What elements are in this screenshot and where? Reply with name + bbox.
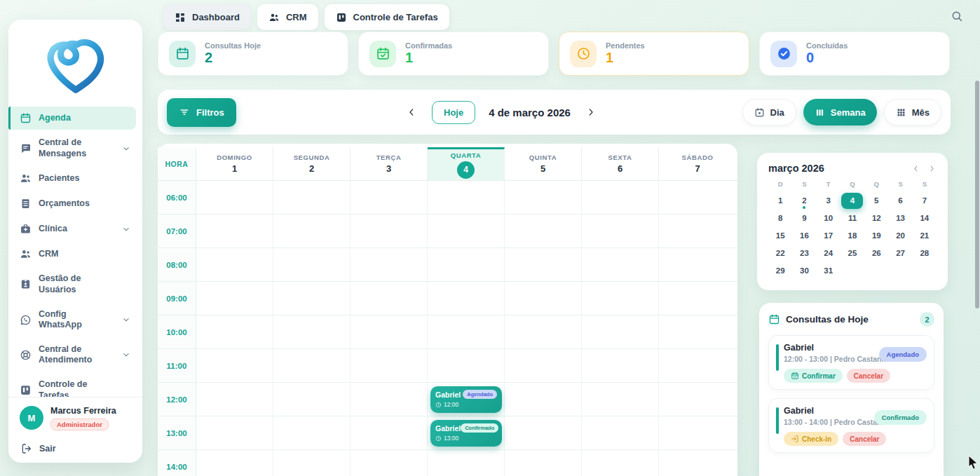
calendar-cell[interactable] <box>428 181 505 214</box>
calendar-cell[interactable] <box>196 248 273 281</box>
today-button[interactable]: Hoje <box>432 101 475 124</box>
mini-calendar-day-27[interactable]: 27 <box>888 245 912 261</box>
calendar-cell[interactable] <box>659 315 736 348</box>
calendar-cell[interactable] <box>273 248 351 281</box>
cancelar-button[interactable]: Cancelar <box>843 432 886 446</box>
calendar-cell[interactable] <box>428 349 505 382</box>
calendar-cell[interactable] <box>505 248 582 281</box>
calendar-cell[interactable] <box>196 181 273 214</box>
calendar-cell[interactable] <box>196 282 273 315</box>
calendar-cell[interactable] <box>582 248 659 281</box>
mini-calendar-day-15[interactable]: 15 <box>768 227 792 244</box>
view-button-mês[interactable]: Mês <box>884 99 941 125</box>
mini-calendar-day-19[interactable]: 19 <box>864 227 888 244</box>
sidebar-item-controle-de-tarefas[interactable]: Controle de Tarefas <box>15 374 136 397</box>
mini-calendar-day-25[interactable]: 25 <box>841 245 864 261</box>
mini-calendar-day-11[interactable]: 11 <box>841 210 864 226</box>
calendar-cell[interactable] <box>273 416 351 449</box>
mini-calendar-day-8[interactable]: 8 <box>768 210 792 226</box>
tab-crm[interactable]: CRM <box>257 4 318 30</box>
sidebar-item-orcamentos[interactable]: Orçamentos <box>15 192 136 215</box>
calendar-cell[interactable] <box>428 248 505 281</box>
calendar-cell[interactable] <box>582 383 659 416</box>
calendar-cell[interactable] <box>505 416 582 449</box>
calendar-cell[interactable] <box>273 450 351 476</box>
calendar-cell[interactable] <box>659 282 736 315</box>
calendar-event[interactable]: GabrielAgendado12:00 <box>430 386 502 413</box>
mini-calendar-day-16[interactable]: 16 <box>792 227 816 244</box>
sidebar-item-agenda[interactable]: Agenda <box>8 107 136 130</box>
calendar-cell[interactable] <box>273 315 351 348</box>
calendar-cell[interactable] <box>582 416 659 449</box>
mini-calendar-day-24[interactable]: 24 <box>817 245 841 261</box>
calendar-cell[interactable] <box>428 215 505 247</box>
mini-calendar-day-4[interactable]: 4 <box>841 192 864 209</box>
calendar-cell[interactable] <box>582 349 659 382</box>
calendar-cell[interactable] <box>505 181 582 214</box>
mini-calendar-day-6[interactable]: 6 <box>888 192 912 209</box>
sidebar-item-config-whatsapp[interactable]: Config WhatsApp <box>15 304 136 336</box>
calendar-event[interactable]: GabrielConfirmado13:00 <box>430 420 502 447</box>
calendar-cell[interactable] <box>505 450 582 476</box>
calendar-cell[interactable] <box>273 215 351 247</box>
sidebar-item-central-de-mensagens[interactable]: Central de Mensagens <box>15 132 136 165</box>
sidebar-item-clinica[interactable]: Clínica <box>15 217 136 240</box>
calendar-cell[interactable] <box>273 349 351 382</box>
calendar-cell[interactable] <box>505 383 582 416</box>
calendar-cell[interactable] <box>273 181 351 214</box>
mini-calendar-day-22[interactable]: 22 <box>768 245 792 261</box>
view-button-dia[interactable]: Dia <box>742 99 796 125</box>
day-header-domingo[interactable]: DOMINGO1 <box>196 147 273 180</box>
day-header-quarta[interactable]: QUARTA4 <box>428 147 505 180</box>
confirmar-button[interactable]: Confirmar <box>784 369 843 383</box>
calendar-cell[interactable] <box>428 315 505 348</box>
mini-calendar-day-26[interactable]: 26 <box>864 245 888 261</box>
calendar-cell[interactable] <box>659 181 736 214</box>
mini-calendar-day-31[interactable]: 31 <box>817 262 841 279</box>
calendar-cell[interactable] <box>351 416 428 449</box>
mini-calendar-day-20[interactable]: 20 <box>888 227 912 244</box>
day-header-quinta[interactable]: QUINTA5 <box>505 147 582 180</box>
day-header-sexta[interactable]: SEXTA6 <box>582 147 659 180</box>
calendar-cell[interactable] <box>196 450 273 476</box>
calendar-cell[interactable] <box>659 416 736 449</box>
tab-controle-de-tarefas[interactable]: Controle de Tarefas <box>325 4 449 30</box>
mini-calendar-day-28[interactable]: 28 <box>913 245 937 261</box>
mini-calendar-day-9[interactable]: 9 <box>792 210 816 226</box>
calendar-cell[interactable] <box>505 315 582 348</box>
sidebar-item-crm[interactable]: CRM <box>15 243 136 266</box>
calendar-cell[interactable] <box>428 450 505 476</box>
page-scrollbar[interactable] <box>975 81 979 308</box>
day-header-sábado[interactable]: SÁBADO7 <box>659 147 736 180</box>
filters-button[interactable]: Filtros <box>167 98 236 127</box>
calendar-cell[interactable] <box>505 282 582 315</box>
mini-calendar-day-13[interactable]: 13 <box>888 210 912 226</box>
calendar-cell[interactable] <box>582 181 659 214</box>
calendar-cell[interactable] <box>505 349 582 382</box>
mini-calendar-day-17[interactable]: 17 <box>817 227 841 244</box>
calendar-cell[interactable] <box>351 181 428 214</box>
sidebar-item-central-de-atendimento[interactable]: Central de Atendimento <box>15 339 136 372</box>
calendar-cell[interactable] <box>582 282 659 315</box>
calendar-cell[interactable] <box>196 349 273 382</box>
calendar-cell[interactable] <box>351 450 428 476</box>
logout-button[interactable]: Sair <box>21 443 131 454</box>
tab-dashboard[interactable]: Dashboard <box>163 4 251 30</box>
day-header-segunda[interactable]: SEGUNDA2 <box>273 147 351 180</box>
cancelar-button[interactable]: Cancelar <box>847 369 890 383</box>
mini-calendar-day-7[interactable]: 7 <box>913 192 937 209</box>
sidebar-item-pacientes[interactable]: Pacientes <box>15 167 136 190</box>
mini-calendar-day-12[interactable]: 12 <box>864 210 888 226</box>
calendar-cell[interactable] <box>505 215 582 247</box>
mini-calendar-day-23[interactable]: 23 <box>792 245 816 261</box>
calendar-cell[interactable] <box>351 282 428 315</box>
calendar-cell[interactable] <box>351 315 428 348</box>
calendar-cell[interactable] <box>659 215 736 247</box>
check-in-button[interactable]: Check-in <box>784 432 838 446</box>
calendar-cell[interactable] <box>582 315 659 348</box>
calendar-cell[interactable] <box>659 349 736 382</box>
calendar-cell[interactable] <box>351 215 428 247</box>
avatar[interactable]: M <box>20 406 43 430</box>
calendar-cell[interactable] <box>273 282 351 315</box>
calendar-cell[interactable] <box>351 383 428 416</box>
